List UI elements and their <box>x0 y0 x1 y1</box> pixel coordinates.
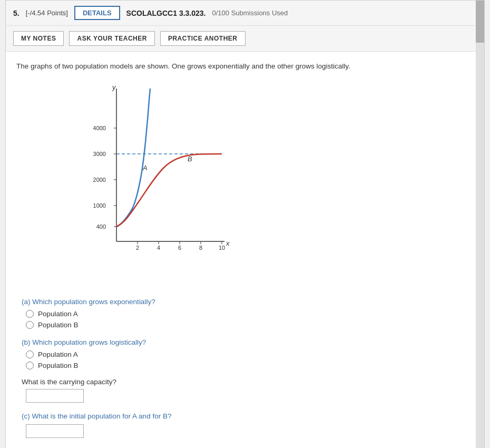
svg-text:3000: 3000 <box>93 151 106 157</box>
part-a-radio-population-b[interactable] <box>26 321 34 329</box>
curve-a-exponential <box>116 89 150 227</box>
part-a-option-a: Population A <box>26 310 474 318</box>
details-button[interactable]: DETAILS <box>74 6 120 20</box>
svg-text:10: 10 <box>219 245 225 251</box>
part-b-option-a: Population A <box>26 350 474 358</box>
header-bar: 5. [-/4.54 Points] DETAILS SCOLALGCC1 3.… <box>6 1 484 26</box>
part-c-section: (c) What is the initial population for A… <box>22 412 474 438</box>
part-a-label-population-a[interactable]: Population A <box>38 310 78 318</box>
button-bar: MY NOTES ASK YOUR TEACHER PRACTICE ANOTH… <box>6 26 484 52</box>
part-b-section: (b) Which population grows logistically?… <box>22 338 474 403</box>
part-b-label-population-b[interactable]: Population B <box>38 362 79 369</box>
part-b-label-population-a[interactable]: Population A <box>38 350 78 358</box>
submissions-used: 0/100 Submissions Used <box>212 9 288 17</box>
part-a-option-b: Population B <box>26 321 474 329</box>
svg-text:400: 400 <box>96 223 106 230</box>
my-notes-button[interactable]: MY NOTES <box>13 31 64 46</box>
part-a-radio-population-a[interactable] <box>26 310 34 318</box>
question-code: SCOLALGCC1 3.3.023. <box>126 9 206 17</box>
scrollbar[interactable] <box>476 1 484 448</box>
initial-population-input[interactable] <box>26 424 84 438</box>
chart-container: y x 400 1000 2000 3000 <box>32 83 232 280</box>
carrying-capacity-input[interactable] <box>26 389 84 403</box>
practice-another-button[interactable]: PRACTICE ANOTHER <box>160 31 246 46</box>
svg-text:1000: 1000 <box>93 202 106 209</box>
svg-text:8: 8 <box>199 245 202 251</box>
svg-text:2: 2 <box>136 245 139 251</box>
svg-text:4000: 4000 <box>93 125 106 131</box>
content-area: The graphs of two population models are … <box>6 52 484 448</box>
page-wrapper: 5. [-/4.54 Points] DETAILS SCOLALGCC1 3.… <box>5 0 485 448</box>
points-label: [-/4.54 Points] <box>26 9 68 17</box>
svg-text:4: 4 <box>157 245 160 251</box>
part-b-radio-population-b[interactable] <box>26 362 34 369</box>
ask-teacher-button[interactable]: ASK YOUR TEACHER <box>69 31 154 46</box>
part-b-option-b: Population B <box>26 362 474 369</box>
carrying-capacity-label: What is the carrying capacity? <box>22 378 474 386</box>
y-axis-label: y <box>112 83 116 91</box>
svg-text:6: 6 <box>178 245 181 251</box>
part-b-radio-population-a[interactable] <box>26 350 34 358</box>
question-number: 5. <box>13 9 19 17</box>
part-a-label: (a) Which population grows exponentially… <box>22 298 474 306</box>
svg-text:2000: 2000 <box>93 177 106 183</box>
curve-b-logistic <box>116 154 222 227</box>
part-a-label-population-b[interactable]: Population B <box>38 321 79 329</box>
problem-description: The graphs of two population models are … <box>16 61 474 72</box>
part-a-section: (a) Which population grows exponentially… <box>22 298 474 329</box>
curve-a-label: A <box>142 164 148 172</box>
part-b-label: (b) Which population grows logistically? <box>22 338 474 346</box>
x-axis-label: x <box>226 239 230 247</box>
scrollbar-thumb[interactable] <box>476 1 484 43</box>
curve-b-label: B <box>188 155 192 163</box>
population-chart: y x 400 1000 2000 3000 <box>32 83 232 278</box>
part-c-label: (c) What is the initial population for A… <box>22 412 474 420</box>
